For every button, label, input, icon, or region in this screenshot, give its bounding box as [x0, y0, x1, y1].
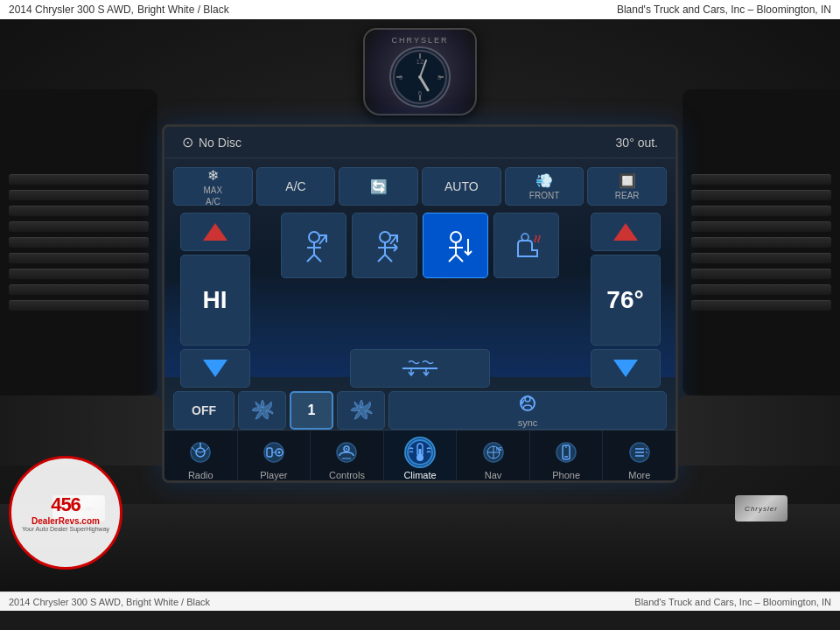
vent-slat — [691, 284, 831, 295]
right-temp-control: 76° — [584, 213, 667, 388]
disc-status: ⊙ No Disc — [182, 134, 242, 150]
vent-slat — [9, 206, 149, 216]
left-temp-down-button[interactable] — [180, 349, 250, 388]
svg-line-15 — [319, 235, 326, 244]
fan-speed-display: 1 — [290, 391, 333, 430]
vent-slat — [9, 190, 149, 200]
radio-icon — [185, 437, 216, 468]
nav-more[interactable]: More — [603, 430, 676, 483]
max-ac-icon: ❄ — [207, 167, 219, 184]
rear-defrost-button[interactable]: 🔲 REAR — [587, 167, 667, 206]
fan-direction-face-chest-button[interactable] — [352, 213, 417, 278]
svg-text:NE: NE — [496, 446, 503, 452]
front-defrost-button[interactable]: 💨 FRONT — [505, 167, 584, 206]
fan-direction-face-button[interactable] — [281, 213, 346, 278]
phone-label: Phone — [552, 470, 580, 480]
nav-phone[interactable]: Phone — [530, 430, 604, 483]
fan-off-button[interactable]: OFF — [173, 391, 234, 430]
vent-slat — [691, 174, 831, 185]
recirculate-button[interactable]: 🔄 — [339, 167, 418, 206]
down-arrow-icon — [203, 360, 228, 377]
middle-section: HI — [173, 213, 667, 388]
navigation-bar: Radio Player — [164, 430, 676, 483]
chrysler-emblem-right: Chrysler — [735, 495, 788, 522]
fan-icon-left-button[interactable] — [238, 391, 286, 430]
sync-button[interactable]: sync — [388, 391, 667, 430]
vent-slat — [691, 269, 831, 279]
max-ac-button[interactable]: ❄ MAX A/C — [173, 167, 253, 206]
nav-climate[interactable]: Climate — [384, 430, 458, 483]
fan-icon-right-button[interactable] — [337, 391, 385, 430]
nav-label: Nav — [485, 470, 502, 480]
svg-text:3: 3 — [438, 74, 442, 81]
left-temp-display: HI — [180, 255, 250, 346]
svg-text:6: 6 — [418, 89, 423, 97]
radio-label: Radio — [188, 470, 214, 480]
vent-left — [0, 89, 158, 396]
svg-point-22 — [451, 232, 461, 242]
nav-player[interactable]: Player — [238, 430, 312, 483]
seat-heat-button[interactable] — [494, 213, 559, 278]
down-arrow-icon — [613, 360, 638, 377]
right-temp-down-button[interactable] — [591, 349, 661, 388]
vent-slat — [9, 269, 149, 279]
svg-point-16 — [380, 232, 390, 242]
fan-direction-top-row — [263, 213, 577, 344]
disc-icon: ⊙ — [182, 134, 193, 150]
svg-rect-47 — [419, 449, 422, 456]
floor-heat-button[interactable] — [350, 349, 490, 388]
player-icon — [258, 437, 290, 468]
climate-icon — [404, 437, 436, 468]
controls-label: Controls — [329, 470, 365, 480]
screen-status-bar: ⊙ No Disc 30° out. — [164, 127, 676, 158]
vehicle-name: 2014 Chrysler 300 S AWD, — [9, 4, 134, 16]
more-label: More — [628, 470, 650, 480]
right-temp-up-button[interactable] — [591, 213, 661, 251]
vent-slat — [9, 284, 149, 295]
clock-brand: CHRYSLER — [392, 36, 449, 45]
vent-slat — [691, 300, 831, 311]
svg-point-26 — [522, 234, 528, 241]
vent-slat — [9, 221, 149, 232]
top-button-row: ❄ MAX A/C A/C 🔄 AUTO 💨 FRONT — [173, 167, 667, 206]
nav-nav[interactable]: NE Nav — [457, 430, 530, 483]
clock-face: 12 6 3 9 — [389, 46, 451, 108]
outside-temp: 30° out. — [616, 136, 658, 150]
vent-slat — [691, 190, 831, 200]
nav-radio[interactable]: Radio — [164, 430, 238, 483]
player-label: Player — [260, 470, 287, 480]
navigation-icon: NE — [478, 437, 509, 468]
auto-button[interactable]: AUTO — [422, 167, 501, 206]
vehicle-title: 2014 Chrysler 300 S AWD, Bright White / … — [9, 4, 229, 16]
recirculate-icon: 🔄 — [370, 178, 388, 195]
vent-slat — [691, 237, 831, 248]
clock-svg: 12 6 3 9 — [391, 48, 449, 106]
chrysler-emblem-left: Chrysler — [52, 495, 105, 522]
left-temp-up-button[interactable] — [180, 213, 250, 251]
seat-heat-bottom-row — [263, 349, 577, 388]
fan-direction-floor-button[interactable] — [423, 213, 488, 278]
front-defrost-icon: 💨 — [536, 172, 553, 189]
svg-point-42 — [346, 448, 347, 450]
vehicle-colors: Bright White / Black — [137, 4, 229, 16]
vent-slat — [9, 253, 149, 263]
nav-controls[interactable]: Controls — [311, 430, 384, 483]
svg-text:9: 9 — [399, 74, 403, 81]
vent-slat — [691, 253, 831, 263]
up-arrow-icon — [203, 223, 228, 241]
side-trim-right — [678, 396, 840, 466]
rear-defrost-icon: 🔲 — [619, 172, 636, 189]
fan-direction-section — [263, 213, 577, 388]
bottom-dealer-info: Bland's Truck and Cars, Inc – Bloomingto… — [634, 597, 831, 607]
side-trim-left — [0, 396, 162, 466]
svg-text:12: 12 — [416, 58, 424, 66]
climate-control-area: ❄ MAX A/C A/C 🔄 AUTO 💨 FRONT — [164, 158, 676, 430]
sync-icon — [518, 394, 537, 416]
climate-label: Climate — [403, 470, 436, 480]
dashboard-surface — [0, 504, 840, 592]
svg-point-38 — [277, 451, 280, 453]
top-bar: 2014 Chrysler 300 S AWD, Bright White / … — [0, 0, 840, 19]
bottom-vehicle-info: 2014 Chrysler 300 S AWD, Bright White / … — [9, 597, 210, 607]
clock-widget: CHRYSLER 12 6 3 9 — [363, 28, 477, 116]
ac-button[interactable]: A/C — [256, 167, 336, 206]
